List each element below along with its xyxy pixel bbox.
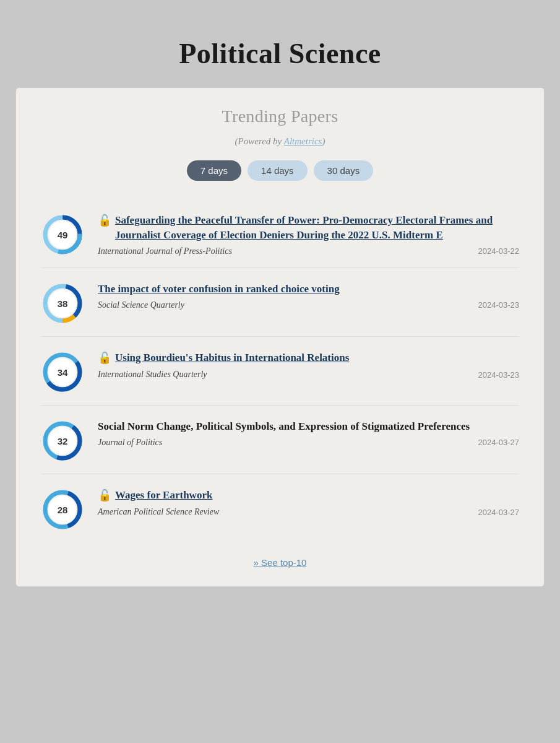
badge-score: 49 <box>58 230 68 240</box>
journal-name: American Political Science Review <box>98 507 219 517</box>
altmetric-badge: 49 <box>41 213 84 256</box>
paper-title-link[interactable]: Safeguarding the Peaceful Transfer of Po… <box>115 213 519 243</box>
paper-meta-row: Social Science Quarterly 2024-03-23 <box>98 300 519 310</box>
altmetric-badge: 34 <box>41 350 84 394</box>
powered-by-suffix: ) <box>322 136 325 146</box>
paper-item: 28 🔓 Wages for Earthwork American Politi… <box>41 474 519 542</box>
trending-card: Trending Papers (Powered by Altmetrics) … <box>15 87 545 587</box>
paper-content: The impact of voter confusion in ranked … <box>98 282 519 310</box>
paper-item: 38 The impact of voter confusion in rank… <box>41 268 519 337</box>
journal-name: International Journal of Press-Politics <box>98 246 232 256</box>
paper-item: 49 🔓 Safeguarding the Peaceful Transfer … <box>41 199 519 268</box>
paper-item: 32 Social Norm Change, Political Symbols… <box>41 406 519 474</box>
paper-title-row: 🔓 Wages for Earthwork <box>98 488 519 503</box>
altmetric-badge: 32 <box>41 419 84 463</box>
powered-by-prefix: (Powered by <box>235 136 284 146</box>
paper-title-row: 🔓 Using Bourdieu's Habitus in Internatio… <box>98 350 519 366</box>
tab-7days[interactable]: 7 days <box>187 160 241 181</box>
altmetric-badge: 28 <box>41 488 84 531</box>
paper-date: 2024-03-23 <box>478 370 520 380</box>
badge-score: 34 <box>58 367 68 378</box>
page-wrapper: Political Science Trending Papers (Power… <box>0 19 560 743</box>
journal-name: International Studies Quarterly <box>98 370 207 380</box>
powered-by: (Powered by Altmetrics) <box>41 136 519 147</box>
open-access-icon: 🔓 <box>98 350 111 366</box>
altmetrics-link[interactable]: Altmetrics <box>284 136 322 146</box>
journal-name: Social Science Quarterly <box>98 300 184 310</box>
tabs-row: 7 days 14 days 30 days <box>41 160 519 181</box>
see-more-link[interactable]: » See top-10 <box>41 557 519 568</box>
open-access-icon: 🔓 <box>98 488 111 503</box>
tab-30days[interactable]: 30 days <box>314 160 374 181</box>
paper-title-row: 🔓 Safeguarding the Peaceful Transfer of … <box>98 213 519 243</box>
section-title: Trending Papers <box>41 106 519 126</box>
paper-meta-row: American Political Science Review 2024-0… <box>98 507 519 517</box>
page-title: Political Science <box>179 37 381 70</box>
paper-title-link[interactable]: The impact of voter confusion in ranked … <box>98 282 340 297</box>
altmetric-badge: 38 <box>41 282 84 325</box>
paper-date: 2024-03-23 <box>478 300 520 310</box>
open-access-icon: 🔓 <box>98 213 111 228</box>
paper-item: 34 🔓 Using Bourdieu's Habitus in Interna… <box>41 337 519 406</box>
badge-score: 32 <box>58 436 68 446</box>
paper-title-link[interactable]: Using Bourdieu's Habitus in Internationa… <box>115 350 349 365</box>
paper-content: 🔓 Wages for Earthwork American Political… <box>98 488 519 517</box>
paper-content: 🔓 Using Bourdieu's Habitus in Internatio… <box>98 350 519 380</box>
badge-score: 28 <box>58 505 68 515</box>
paper-content: Social Norm Change, Political Symbols, a… <box>98 419 519 448</box>
paper-content: 🔓 Safeguarding the Peaceful Transfer of … <box>98 213 519 256</box>
journal-name: Journal of Politics <box>98 438 162 448</box>
paper-title-link[interactable]: Wages for Earthwork <box>115 488 212 503</box>
paper-title-row: The impact of voter confusion in ranked … <box>98 282 519 297</box>
paper-title-row: Social Norm Change, Political Symbols, a… <box>98 419 519 434</box>
paper-date: 2024-03-27 <box>478 438 520 447</box>
paper-date: 2024-03-27 <box>478 508 520 517</box>
badge-score: 38 <box>58 298 68 309</box>
paper-meta-row: International Studies Quarterly 2024-03-… <box>98 370 519 380</box>
paper-title-text: Social Norm Change, Political Symbols, a… <box>98 419 470 434</box>
paper-meta-row: International Journal of Press-Politics … <box>98 246 519 256</box>
paper-list: 49 🔓 Safeguarding the Peaceful Transfer … <box>41 199 519 542</box>
paper-date: 2024-03-22 <box>478 246 520 256</box>
paper-meta-row: Journal of Politics 2024-03-27 <box>98 438 519 448</box>
tab-14days[interactable]: 14 days <box>248 160 308 181</box>
